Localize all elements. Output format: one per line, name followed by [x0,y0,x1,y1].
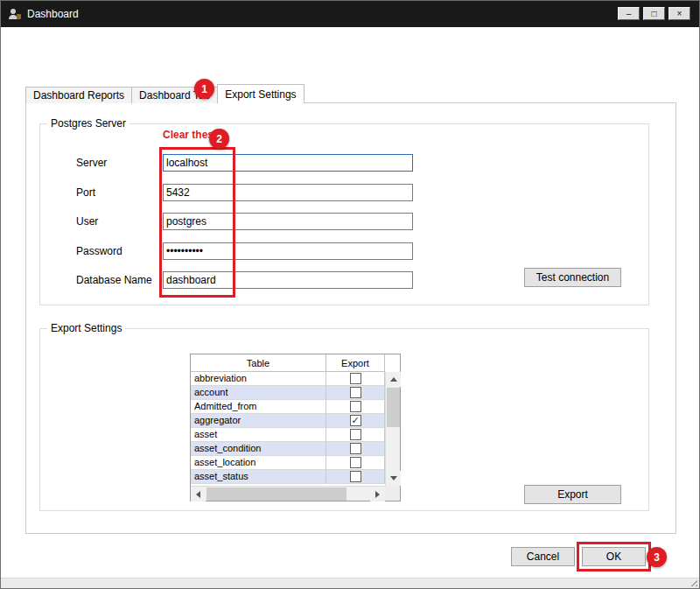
table-name-cell: asset_status [191,470,326,484]
ok-button[interactable]: OK [582,547,646,566]
password-label: Password [76,245,122,257]
export-button[interactable]: Export [524,485,621,504]
table-column-header[interactable]: Table [191,354,326,372]
table-name-cell: Admitted_from [191,400,326,414]
step-badge-2: 2 [209,129,229,149]
arrow-down-icon [390,476,397,480]
tab-dashboard-reports[interactable]: Dashboard Reports [25,87,132,103]
resize-grip-icon[interactable] [688,577,697,586]
scrollbar-corner [385,486,400,501]
export-checkbox[interactable] [350,443,361,454]
table-row[interactable]: abbreviation [191,372,385,386]
table-export-cell [326,386,385,400]
export-checkbox[interactable] [350,471,361,482]
arrow-up-icon [390,377,397,382]
step-badge-1: 1 [194,79,214,99]
export-settings-group: Export Settings Table Export abbreviatio… [39,328,649,511]
table-row[interactable]: aggregator ✓ [191,414,385,428]
table-row[interactable]: Admitted_from [191,400,385,414]
table-row[interactable]: asset [191,428,385,442]
step-badge-3: 3 [647,547,667,567]
export-group-title: Export Settings [47,322,125,334]
window-bottom-frame [1,578,699,588]
scroll-right-button[interactable] [370,487,385,501]
database-name-label: Database Name [76,274,152,286]
export-checkbox[interactable] [350,429,361,440]
table-row[interactable]: asset_location [191,456,385,470]
horizontal-scroll-thumb[interactable] [206,487,346,501]
minimize-button[interactable]: – [618,7,640,20]
table-export-cell [326,456,385,470]
maximize-button[interactable]: □ [643,7,665,20]
horizontal-scrollbar[interactable] [191,486,385,501]
export-checkbox[interactable] [350,373,361,384]
titlebar[interactable]: Dashboard – □ × [1,1,699,27]
table-name-cell: aggregator [191,414,326,428]
port-input[interactable] [163,184,413,201]
password-input[interactable] [163,242,413,260]
export-checkbox[interactable]: ✓ [350,415,361,426]
port-label: Port [76,186,95,199]
server-label: Server [76,157,107,169]
cancel-button[interactable]: Cancel [511,547,575,566]
dashboard-window: Dashboard – □ × Dashboard Reports Dashbo… [0,0,700,589]
tab-export-settings[interactable]: Export Settings [217,84,304,103]
table-row[interactable]: asset_condition [191,442,385,456]
app-icon [8,7,22,21]
database-name-input[interactable] [163,271,413,289]
table-row[interactable]: asset_status [191,470,385,484]
scroll-up-button[interactable] [386,372,401,387]
test-connection-button[interactable]: Test connection [524,268,621,287]
user-input[interactable] [163,213,413,230]
table-export-cell [326,442,385,456]
server-input[interactable] [163,154,413,172]
table-export-cell [326,372,385,386]
table-name-cell: asset_condition [191,442,326,456]
table-export-cell [326,400,385,414]
table-name-cell: account [191,386,326,400]
scroll-down-button[interactable] [386,471,401,486]
user-label: User [76,215,98,228]
postgres-group-title: Postgres Server [47,117,130,130]
export-table-header: Table Export [191,354,385,372]
table-row[interactable]: account [191,386,385,400]
export-table-body: abbreviation account Admitted_from aggre… [191,372,385,486]
export-checkbox[interactable] [350,457,361,468]
postgres-server-group: Postgres Server Clear these 2 Server Por… [39,123,649,305]
export-checkbox[interactable] [350,401,361,412]
table-export-cell: ✓ [326,414,385,428]
close-button[interactable]: × [668,7,690,20]
vertical-scroll-thumb[interactable] [387,388,400,427]
window-controls: – □ × [618,7,690,20]
vertical-scrollbar[interactable] [385,372,400,486]
table-name-cell: asset_location [191,456,326,470]
window-title: Dashboard [27,8,79,20]
arrow-right-icon [375,491,380,498]
table-export-cell [326,470,385,484]
table-export-cell [326,428,385,442]
arrow-left-icon [196,491,200,498]
export-table: Table Export abbreviation account Admitt… [190,354,401,501]
scroll-left-button[interactable] [191,487,206,501]
export-column-header[interactable]: Export [326,354,385,372]
tab-strip: Dashboard Reports Dashboard Tab Export S… [25,84,304,103]
table-name-cell: abbreviation [191,372,326,386]
table-name-cell: asset [191,428,326,442]
export-checkbox[interactable] [350,387,361,398]
